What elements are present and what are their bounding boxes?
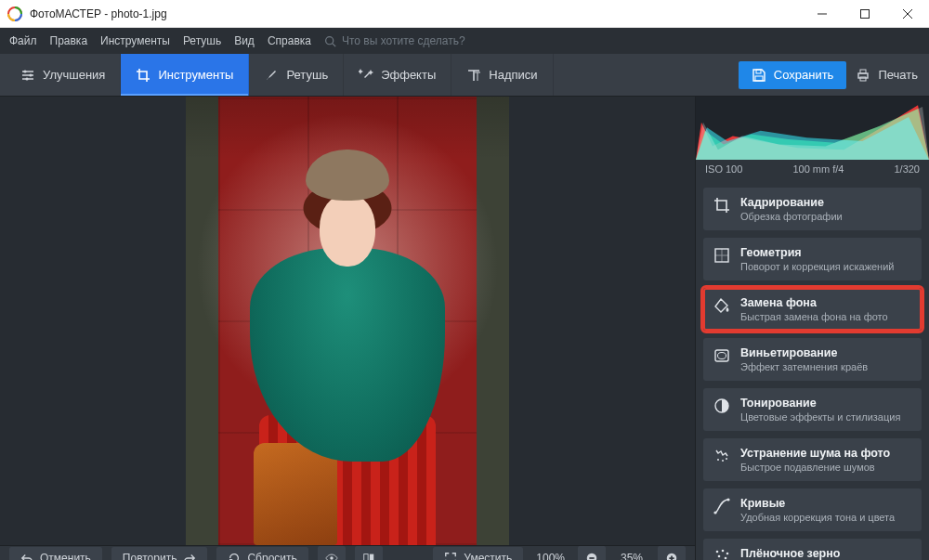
canvas-stage[interactable] bbox=[0, 97, 695, 545]
svg-rect-13 bbox=[370, 554, 373, 560]
tool-crop[interactable]: КадрированиеОбрезка фотографии bbox=[703, 188, 922, 230]
zoom-current[interactable]: 35% bbox=[615, 552, 648, 560]
svg-point-29 bbox=[725, 557, 727, 560]
menu-item[interactable]: Вид bbox=[234, 34, 255, 47]
svg-point-4 bbox=[29, 73, 32, 76]
fit-button[interactable]: Уместить bbox=[433, 547, 523, 560]
zoom-in-button[interactable] bbox=[658, 546, 686, 560]
reset-label: Сбросить bbox=[247, 552, 296, 560]
tool-title: Кривые bbox=[740, 497, 895, 510]
tool-toning[interactable]: ТонированиеЦветовые эффекты и стилизация bbox=[703, 388, 922, 431]
titlebar: ФотоМАСТЕР - photo-1.jpg bbox=[0, 0, 929, 28]
brush-icon bbox=[264, 68, 279, 83]
tool-list[interactable]: КадрированиеОбрезка фотографии Геометрия… bbox=[696, 180, 929, 560]
tool-sub: Удобная коррекция тона и цвета bbox=[740, 512, 895, 523]
reset-icon bbox=[228, 552, 241, 560]
tool-title: Устранение шума на фото bbox=[740, 447, 890, 460]
tool-title: Замена фона bbox=[740, 296, 888, 309]
print-label: Печать bbox=[878, 68, 918, 82]
tab-label: Улучшения bbox=[43, 68, 105, 82]
shutter-label: 1/320 bbox=[894, 163, 920, 175]
grain-icon bbox=[713, 547, 731, 560]
print-button[interactable]: Печать bbox=[856, 68, 918, 83]
close-button[interactable] bbox=[886, 0, 929, 28]
menu-item[interactable]: Файл bbox=[9, 34, 37, 47]
tool-title: Геометрия bbox=[740, 246, 894, 259]
right-panel: ISO 100 100 mm f/4 1/320 КадрированиеОбр… bbox=[695, 97, 929, 560]
tab-text[interactable]: Надписи bbox=[451, 54, 553, 96]
menu-item[interactable]: Справка bbox=[268, 34, 311, 47]
reset-button[interactable]: Сбросить bbox=[216, 547, 307, 560]
tool-sub: Поворот и коррекция искажений bbox=[740, 261, 894, 272]
menu-item[interactable]: Ретушь bbox=[183, 34, 221, 47]
compare-eye-button[interactable] bbox=[318, 546, 346, 560]
undo-button[interactable]: Отменить bbox=[9, 547, 102, 560]
tab-effects[interactable]: Эффекты bbox=[344, 54, 451, 96]
tab-label: Инструменты bbox=[158, 68, 233, 82]
undo-icon bbox=[20, 552, 33, 560]
window-controls bbox=[801, 0, 929, 28]
geometry-icon bbox=[713, 246, 731, 265]
redo-button[interactable]: Повторить bbox=[111, 547, 208, 560]
svg-point-14 bbox=[587, 553, 597, 560]
split-compare-button[interactable] bbox=[355, 546, 383, 560]
wand-icon bbox=[359, 68, 373, 83]
svg-point-27 bbox=[726, 553, 729, 555]
menubar: Файл Правка Инструменты Ретушь Вид Справ… bbox=[0, 28, 929, 54]
bucket-icon bbox=[713, 296, 731, 315]
maximize-button[interactable] bbox=[844, 0, 886, 28]
tool-denoise[interactable]: Устранение шума на фотоБыстрое подавлени… bbox=[703, 438, 922, 481]
svg-point-25 bbox=[716, 551, 719, 553]
svg-rect-1 bbox=[861, 9, 870, 18]
lens-label: 100 mm f/4 bbox=[792, 163, 844, 175]
svg-point-28 bbox=[718, 555, 721, 558]
tone-icon bbox=[713, 397, 731, 415]
tool-title: Тонирование bbox=[740, 397, 900, 410]
tab-label: Ретушь bbox=[286, 68, 328, 82]
toolbar-tabs: Улучшения Инструменты Ретушь Эффекты Над… bbox=[0, 54, 929, 97]
tool-geometry[interactable]: ГеометрияПоворот и коррекция искажений bbox=[703, 238, 922, 280]
menu-item[interactable]: Правка bbox=[50, 34, 88, 47]
tool-sub: Цветовые эффекты и стилизация bbox=[740, 411, 900, 423]
redo-icon bbox=[183, 552, 196, 560]
svg-point-2 bbox=[326, 36, 334, 44]
tab-label: Надписи bbox=[489, 68, 537, 82]
menu-item[interactable]: Инструменты bbox=[100, 34, 170, 47]
tool-curves[interactable]: КривыеУдобная коррекция тона и цвета bbox=[703, 488, 922, 531]
canvas-area: Отменить Повторить Сбросить Уместить 100… bbox=[0, 97, 695, 560]
search-box[interactable]: Что вы хотите сделать? bbox=[324, 34, 465, 47]
minimize-button[interactable] bbox=[801, 0, 844, 28]
vignette-icon bbox=[713, 346, 731, 365]
tool-replace-bg[interactable]: Замена фонаБыстрая замена фона на фото bbox=[703, 288, 922, 331]
tool-sub: Обрезка фотографии bbox=[740, 211, 843, 222]
sliders-icon bbox=[20, 68, 35, 83]
tab-label: Эффекты bbox=[381, 68, 436, 82]
svg-point-20 bbox=[717, 459, 719, 461]
photo-preview bbox=[186, 97, 509, 545]
save-button[interactable]: Сохранить bbox=[739, 61, 847, 89]
iso-label: ISO 100 bbox=[705, 163, 742, 175]
tool-vignette[interactable]: ВиньетированиеЭффект затемнения краёв bbox=[703, 338, 922, 381]
svg-rect-7 bbox=[755, 76, 763, 81]
tab-tools[interactable]: Инструменты bbox=[121, 54, 249, 96]
zoom-out-button[interactable] bbox=[578, 546, 606, 560]
app-logo-icon bbox=[7, 7, 22, 21]
eye-icon bbox=[325, 552, 338, 560]
svg-point-18 bbox=[718, 353, 726, 359]
split-icon bbox=[362, 552, 375, 560]
svg-point-5 bbox=[25, 77, 28, 80]
search-placeholder: Что вы хотите сделать? bbox=[342, 34, 465, 47]
svg-point-24 bbox=[726, 499, 729, 501]
crop-icon bbox=[136, 68, 150, 83]
text-icon bbox=[466, 68, 481, 83]
tab-enhance[interactable]: Улучшения bbox=[6, 54, 121, 96]
main-area: Отменить Повторить Сбросить Уместить 100… bbox=[0, 97, 929, 560]
svg-point-11 bbox=[330, 556, 334, 560]
curves-icon bbox=[713, 497, 731, 515]
search-icon bbox=[324, 35, 336, 47]
zoom-100[interactable]: 100% bbox=[532, 552, 569, 560]
tool-grain[interactable]: Плёночное зерноЭффекты зернистости и шум… bbox=[703, 539, 922, 560]
noise-icon bbox=[713, 447, 731, 465]
tab-retouch[interactable]: Ретушь bbox=[249, 54, 344, 96]
svg-point-22 bbox=[726, 458, 727, 460]
